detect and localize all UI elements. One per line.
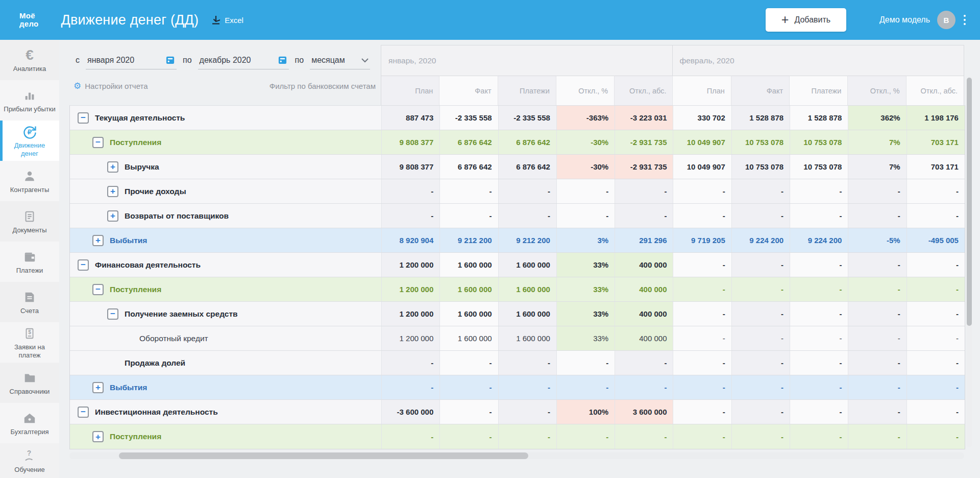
chevron-down-icon	[361, 58, 369, 63]
sidebar-item-invoices[interactable]: Счета	[0, 282, 59, 322]
value-cell: -	[673, 424, 731, 449]
value-cell: -	[615, 351, 673, 375]
sidebar-item-cashflow[interactable]: ₽ Движение денег	[0, 121, 59, 161]
sidebar-item-analytics[interactable]: € Аналитика	[0, 40, 59, 80]
value-cell: 1 200 000	[381, 326, 439, 350]
value-cell: -	[848, 351, 906, 375]
directories-icon	[23, 370, 36, 386]
value-cell: 1 528 878	[731, 106, 790, 130]
cashflow-icon: ₽	[22, 124, 37, 139]
horizontal-scrollbar-thumb[interactable]	[119, 452, 528, 459]
row-label-cell[interactable]: −Получение заемных средств	[70, 302, 381, 326]
value-cell: 9 212 200	[439, 228, 498, 252]
value-cell: -	[439, 375, 498, 399]
collapse-icon[interactable]: −	[78, 112, 89, 124]
collapse-icon[interactable]: −	[92, 284, 104, 295]
value-cell: -	[498, 424, 556, 449]
calendar-icon[interactable]	[278, 55, 287, 65]
row-label-cell[interactable]: +Поступления	[70, 424, 381, 449]
user-name[interactable]: Демо модель	[879, 15, 930, 25]
add-button[interactable]: + Добавить	[766, 8, 846, 32]
row-label-cell[interactable]: +Выбытия	[70, 375, 381, 399]
sidebar-item-label: Бухгалтерия	[10, 428, 48, 436]
expand-icon[interactable]: +	[107, 186, 118, 197]
logo-line1: Моё	[19, 12, 39, 20]
value-cell: -	[556, 424, 615, 449]
value-cell: -	[381, 375, 439, 399]
value-cell: -	[673, 253, 731, 277]
kebab-menu-icon[interactable]	[963, 13, 967, 27]
expand-icon[interactable]: +	[92, 431, 104, 442]
expand-icon[interactable]: +	[92, 235, 104, 246]
column-header: Откл., абс.	[906, 76, 964, 105]
row-label-cell[interactable]: +Выбытия	[70, 228, 381, 252]
calendar-icon[interactable]	[165, 55, 175, 65]
period-select[interactable]: месяцам	[310, 56, 370, 69]
value-cell: -	[439, 351, 498, 375]
value-cell: -	[615, 375, 673, 399]
value-cell: -	[731, 375, 790, 399]
row-label-cell[interactable]: +Прочие доходы	[70, 179, 381, 203]
row-label-cell[interactable]: −Поступления	[70, 130, 381, 154]
value-cell: 1 600 000	[498, 253, 556, 277]
date-from-field[interactable]: января 2020	[86, 55, 177, 69]
avatar[interactable]: В	[937, 11, 955, 29]
value-cell: -	[381, 351, 439, 375]
value-cell: -	[439, 400, 498, 424]
sidebar-item-payments[interactable]: Платежи	[0, 242, 59, 282]
vertical-scrollbar-thumb[interactable]	[967, 78, 972, 326]
value-cell: -	[731, 204, 790, 228]
sidebar-item-accounting[interactable]: Бухгалтерия	[0, 403, 59, 443]
sidebar-item-documents[interactable]: Документы	[0, 201, 59, 242]
row-label: Прочие доходы	[125, 187, 186, 196]
value-cell: -	[731, 351, 790, 375]
row-label-cell[interactable]: −Финансовая деятельность	[70, 253, 381, 277]
row-label-cell[interactable]: Оборотный кредит	[70, 326, 381, 350]
value-cell: -30%	[556, 155, 615, 179]
sidebar-item-profit-loss[interactable]: Прибыли убытки	[0, 80, 59, 121]
documents-icon	[23, 209, 36, 224]
value-cell: 10 753 078	[790, 130, 848, 154]
row-label: Поступления	[110, 285, 161, 294]
collapse-icon[interactable]: −	[78, 407, 89, 418]
row-label-cell[interactable]: +Выручка	[70, 155, 381, 179]
sidebar-item-label: Контрагенты	[10, 186, 50, 194]
column-header: Факт	[731, 76, 789, 105]
export-excel-button[interactable]: Excel	[212, 15, 243, 25]
sidebar-item-counterparties[interactable]: Контрагенты	[0, 161, 59, 201]
row-label-cell[interactable]: +Возвраты от поставщиков	[70, 204, 381, 228]
value-cell: -	[673, 351, 731, 375]
gear-icon: ⚙	[74, 82, 81, 90]
report-settings-link[interactable]: ⚙ Настройки отчета	[74, 82, 148, 90]
expand-icon[interactable]: +	[107, 210, 118, 222]
row-label-cell[interactable]: −Текущая деятельность	[70, 106, 381, 130]
value-cell: 9 224 200	[731, 228, 790, 252]
value-cell: -	[848, 375, 906, 399]
value-cell: 33%	[556, 302, 615, 326]
expand-icon[interactable]: +	[107, 161, 118, 173]
table-row: +Выбытия----------	[70, 375, 965, 400]
row-label-cell[interactable]: −Инвестиционная деятельность	[70, 400, 381, 424]
bank-accounts-filter-link[interactable]: Фильтр по банковским счетам	[270, 82, 376, 90]
sidebar-item-education[interactable]: ? Обучение	[0, 444, 59, 478]
sidebar-item-payment-requests[interactable]: $ Заявки на платеж	[0, 322, 59, 363]
value-cell: -	[848, 326, 906, 350]
column-header: Откл., абс.	[614, 76, 672, 105]
value-cell: 10 753 078	[790, 155, 848, 179]
value-cell: -	[731, 326, 790, 350]
collapse-icon[interactable]: −	[92, 137, 104, 148]
row-label-cell[interactable]: −Поступления	[70, 277, 381, 301]
expand-icon[interactable]: +	[92, 382, 104, 393]
column-header: Откл., %	[556, 76, 614, 105]
row-label-cell[interactable]: Продажа долей	[70, 351, 381, 375]
to-label: по	[183, 56, 192, 69]
date-to-field[interactable]: декабрь 2020	[198, 55, 289, 69]
collapse-icon[interactable]: −	[78, 259, 89, 271]
download-icon	[212, 15, 220, 25]
value-cell: -	[498, 375, 556, 399]
collapse-icon[interactable]: −	[107, 308, 118, 320]
app-logo[interactable]: Моё дело	[19, 12, 39, 28]
value-cell: -	[790, 253, 848, 277]
excel-label: Excel	[225, 16, 243, 25]
sidebar-item-directories[interactable]: Справочники	[0, 363, 59, 403]
